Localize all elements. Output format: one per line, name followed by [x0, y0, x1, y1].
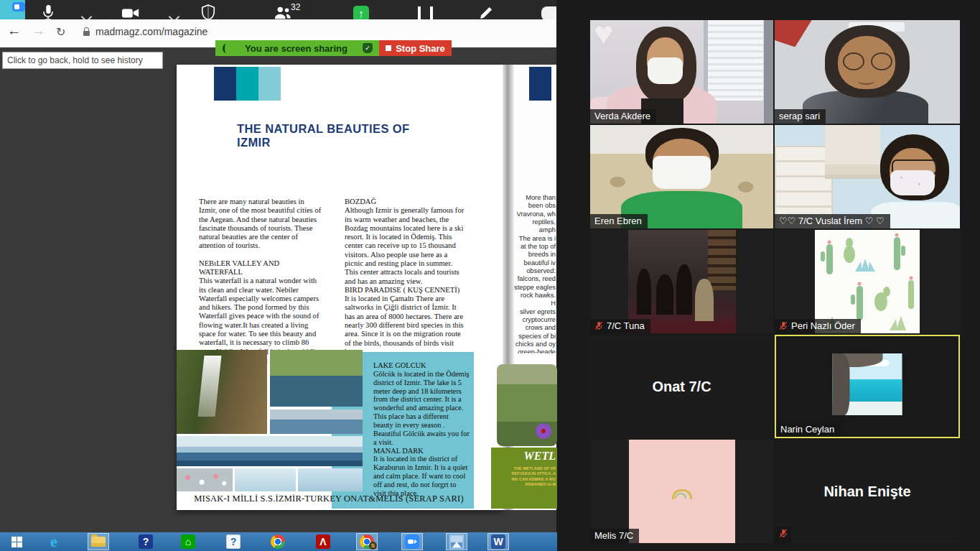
zoom-camera-icon	[405, 534, 419, 549]
file-explorer-button[interactable]	[88, 533, 109, 550]
pink-background-image	[629, 440, 735, 543]
participant-tile-nihan[interactable]: Nihan Enişte	[775, 440, 960, 543]
store-icon: ⌂	[181, 534, 195, 549]
participant-tile-onat[interactable]: Onat 7/C	[590, 335, 773, 438]
acrobat-button[interactable]: Λ	[312, 533, 334, 550]
site-security-lock-icon[interactable]	[83, 31, 90, 36]
figure-silhouette	[676, 264, 692, 315]
participant-tile-eren[interactable]: Eren Ebren	[590, 125, 773, 228]
participant-name-label: Verda Akdere	[590, 109, 656, 124]
blue-sky-photo	[298, 468, 363, 491]
screen: ✕ Mute Stop Video Security 32	[0, 0, 980, 551]
word-button[interactable]: W	[487, 533, 509, 550]
lake-heading: LAKE GOLCUK	[373, 361, 426, 369]
start-button[interactable]	[6, 533, 27, 550]
participant-tile-peri[interactable]: Peri Nazlı Öder	[775, 230, 960, 333]
wetland-flower-photo	[497, 364, 557, 446]
decor-block-lightblue	[258, 67, 281, 101]
figure-silhouette	[637, 269, 651, 315]
participant-tile-vuslat[interactable]: ♡♡ 7/C Vuslat İrem ♡ ♡	[775, 125, 960, 228]
chrome-icon	[271, 534, 285, 549]
help-app-button[interactable]: ?	[135, 533, 157, 550]
store-button[interactable]: ⌂	[177, 533, 199, 550]
intro-paragraph: There are many natural beauties in Izmir…	[199, 198, 322, 251]
internet-explorer-button[interactable]: e	[43, 533, 65, 550]
bookshelf	[708, 230, 736, 290]
participant-name-label: Narin Ceylan	[776, 422, 840, 437]
sharing-banner-text: You are screen sharing	[230, 43, 363, 54]
heart-mirror: ♥	[594, 20, 613, 52]
participant-tile-narin-active-speaker[interactable]: Narin Ceylan	[775, 335, 960, 438]
shield-check-icon: ✓	[363, 43, 373, 53]
magazine-caption: MISAK-I MİLLİ S.S.İZMİR-TURKEY ONAT&MELİ…	[184, 494, 474, 504]
cactus-pattern-image	[815, 230, 920, 333]
manal-heading: MANAL DARK	[373, 447, 424, 455]
participant-center-name: Nihan Enişte	[775, 440, 960, 543]
get-help-button[interactable]: ?	[223, 533, 244, 550]
blue-lake-photo	[235, 468, 296, 491]
zoom-video-gallery: ♥ Verda Akdere serap sari Eren Ebr	[556, 0, 980, 551]
wetland-title: WETL	[524, 450, 556, 463]
lake-golcuk-text: LAKE GOLCUK Gölcük is located in the Öde…	[373, 361, 470, 498]
stop-share-button[interactable]: Stop Share	[379, 40, 452, 56]
participant-name-label: Eren Ebren	[590, 214, 648, 228]
shelf-unit	[825, 125, 880, 179]
waterfall-photo	[177, 350, 267, 434]
windows-taskbar: e ? ⌂ ? Λ S W	[0, 532, 557, 551]
article-title: THE NATURAL BEAUTIES OF IZMIR	[237, 122, 424, 149]
window-blinds	[704, 20, 763, 101]
forest-lake-photo	[270, 350, 363, 407]
window-frame	[764, 20, 773, 124]
manal-paragraph: It is located in the district of Karabur…	[373, 455, 467, 496]
back-button[interactable]: ←	[7, 23, 21, 39]
participant-tile-verda[interactable]: ♥ Verda Akdere	[590, 20, 773, 124]
chrome-profile-button[interactable]: S	[356, 533, 378, 550]
lake-panorama-photo	[177, 436, 363, 466]
decor-block-navy-right	[529, 67, 551, 101]
figure-coat	[695, 279, 714, 323]
internet-explorer-icon: e	[50, 532, 57, 551]
photo-collage	[177, 350, 363, 491]
participant-name-label: 7/C Tuna	[590, 319, 650, 333]
participant-tile-melis[interactable]: Melis 7/C	[590, 440, 773, 543]
wetland-subtext: THE WETLAND OF VR REFUGES IN ATTICA. A W…	[511, 466, 556, 488]
decor-block-navy	[214, 67, 236, 101]
red-wall-decor	[775, 20, 812, 47]
question-bubble-icon: ?	[226, 534, 241, 549]
help-icon: ?	[139, 534, 153, 549]
rainbow-icon	[672, 489, 692, 499]
participants-count-badge: 32	[291, 2, 300, 12]
participant-center-name: Onat 7/C	[590, 335, 773, 438]
chrome-button[interactable]	[267, 533, 289, 550]
lake-shore-photo	[270, 409, 363, 434]
beach-cave-photo	[833, 353, 902, 415]
screen-sharing-banner: You are screen sharing ✓	[215, 40, 379, 56]
word-icon: W	[491, 534, 505, 549]
magazine-spread: THE NATURAL BEAUTIES OF IZMIR There are …	[177, 65, 557, 510]
bozdag-paragraph: Although Izmir is generally famous for i…	[345, 206, 467, 286]
muted-indicator	[775, 526, 792, 543]
magazine-left-page: THE NATURAL BEAUTIES OF IZMIR There are …	[177, 65, 503, 510]
muted-mic-icon	[779, 321, 788, 330]
photos-button[interactable]	[446, 533, 467, 550]
cave-rock-left	[833, 353, 850, 415]
bird-heading: BIRD PARADISE ( KUŞ CENNETİ)	[345, 286, 467, 295]
forward-button[interactable]: →	[32, 23, 45, 39]
article-column-2: BOZDAĞ Although Izmir is generally famou…	[345, 198, 467, 356]
muted-mic-icon	[594, 321, 603, 330]
participant-tile-serap[interactable]: serap sari	[775, 20, 960, 124]
nebiler-heading: NEBıLER VALLEY AND WATERFALL	[199, 259, 322, 277]
photos-icon	[449, 534, 464, 549]
face-mask	[890, 170, 935, 195]
lake-paragraph: Gölcük is located in the Ödemiş district…	[373, 370, 470, 446]
face-mask	[653, 156, 711, 189]
reload-button[interactable]: ↻	[56, 25, 65, 39]
glasses-right-lens	[871, 52, 892, 71]
participant-name-label: ♡♡ 7/C Vuslat İrem ♡ ♡	[775, 214, 890, 228]
stop-share-label: Stop Share	[396, 43, 445, 54]
figure-silhouette	[656, 274, 673, 315]
right-page-column: More than been obs Vravrona, wh reptiles…	[514, 194, 556, 353]
address-bar[interactable]: madmagz.com/magazine	[95, 26, 207, 37]
zoom-taskbar-button[interactable]	[401, 533, 423, 550]
participant-tile-tuna[interactable]: 7/C Tuna	[590, 230, 773, 333]
